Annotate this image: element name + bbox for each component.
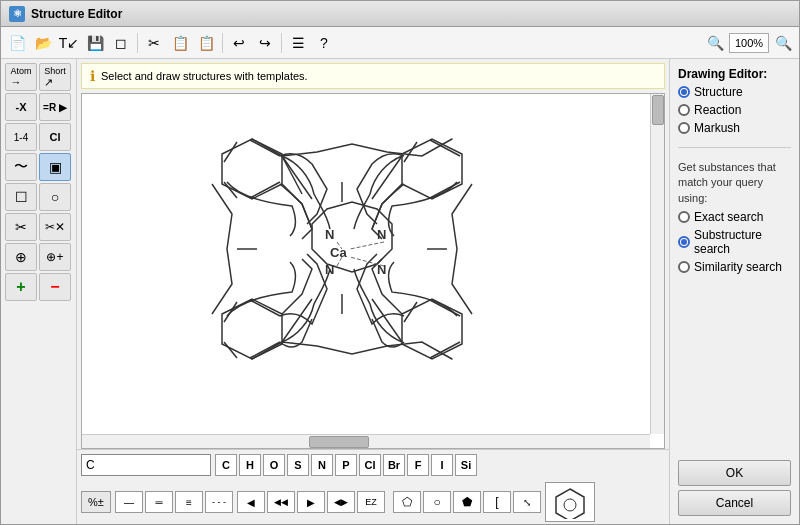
search-options: Exact search Substructure search Similar…: [678, 210, 791, 274]
cl-tool[interactable]: Cl: [39, 123, 71, 151]
title-bar: ⚛ Structure Editor: [1, 1, 799, 27]
redo-btn[interactable]: ↪: [253, 31, 277, 55]
elem-O[interactable]: O: [263, 454, 285, 476]
cut-btn[interactable]: ✂: [142, 31, 166, 55]
chain-tool[interactable]: 〜: [5, 153, 37, 181]
flex-btn[interactable]: ⤡: [513, 491, 541, 513]
help-btn[interactable]: ?: [312, 31, 336, 55]
zoom-in-btn[interactable]: 🔍: [771, 31, 795, 55]
substructure-label: Substructure search: [694, 228, 791, 256]
rotate-tool[interactable]: ⊕: [5, 243, 37, 271]
double-bond-btn[interactable]: ═: [145, 491, 173, 513]
arrow-right-btn[interactable]: ▶: [297, 491, 325, 513]
flip-tool[interactable]: ⊕+: [39, 243, 71, 271]
atom-input[interactable]: [81, 454, 211, 476]
substructure-radio[interactable]: [678, 236, 690, 248]
arrow-left-btn[interactable]: ◀: [237, 491, 265, 513]
search-section: Get substances that match your query usi…: [678, 160, 791, 274]
shield-btn[interactable]: ⬟: [453, 491, 481, 513]
square-btn[interactable]: ◻: [109, 31, 133, 55]
charge-btn[interactable]: %±: [81, 491, 111, 513]
elem-P[interactable]: P: [335, 454, 357, 476]
triple-bond-btn[interactable]: ≡: [175, 491, 203, 513]
structure-radio[interactable]: [678, 86, 690, 98]
vertical-scrollbar[interactable]: [650, 94, 664, 434]
short-tool[interactable]: Short↗: [39, 63, 71, 91]
new-btn[interactable]: 📄: [5, 31, 29, 55]
list-btn[interactable]: ☰: [286, 31, 310, 55]
select-rect-tool[interactable]: ☐: [5, 183, 37, 211]
elem-H[interactable]: H: [239, 454, 261, 476]
template-preview[interactable]: [545, 482, 595, 522]
svg-text:N: N: [377, 227, 386, 242]
remove-atom-btn[interactable]: −: [39, 273, 71, 301]
elem-I[interactable]: I: [431, 454, 453, 476]
svg-line-4: [250, 182, 280, 198]
ok-button[interactable]: OK: [678, 460, 791, 486]
zoom-input[interactable]: 100%: [729, 33, 769, 53]
elem-Si[interactable]: Si: [455, 454, 477, 476]
structure-radio-item[interactable]: Structure: [678, 85, 791, 99]
panel-divider: [678, 147, 791, 148]
elem-Br[interactable]: Br: [383, 454, 405, 476]
exact-search-radio-item[interactable]: Exact search: [678, 210, 791, 224]
lasso-tool[interactable]: ○: [39, 183, 71, 211]
ez-btn[interactable]: EZ: [357, 491, 385, 513]
exact-search-radio[interactable]: [678, 211, 690, 223]
elem-F[interactable]: F: [407, 454, 429, 476]
bottom-row2: %± — ═ ≡ - - - ◀ ◀◀ ▶ ◀▶ EZ ⬠ ○ ⬟: [77, 480, 669, 524]
similarity-radio[interactable]: [678, 261, 690, 273]
add-atom-btn[interactable]: +: [5, 273, 37, 301]
tool-row-7: ⊕ ⊕+: [5, 243, 72, 271]
info-icon: ℹ: [90, 68, 95, 84]
paste-btn[interactable]: 📋: [194, 31, 218, 55]
reaction-label: Reaction: [694, 103, 741, 117]
arrow-bold-btn[interactable]: ◀◀: [267, 491, 295, 513]
window-title: Structure Editor: [31, 7, 122, 21]
shape-group: ⬠ ○ ⬟ [ ⤡: [393, 491, 541, 513]
svg-line-33: [350, 242, 384, 249]
markush-radio-item[interactable]: Markush: [678, 121, 791, 135]
elem-Cl[interactable]: Cl: [359, 454, 381, 476]
atom-tool[interactable]: Atom→: [5, 63, 37, 91]
drawing-canvas[interactable]: N N N N Ca: [81, 93, 665, 449]
range-tool[interactable]: 1-4: [5, 123, 37, 151]
bracket-btn[interactable]: [: [483, 491, 511, 513]
elem-S[interactable]: S: [287, 454, 309, 476]
eraser-tool[interactable]: ✂: [5, 213, 37, 241]
center-area: ℹ Select and draw structures with templa…: [77, 59, 669, 524]
zoom-out-btn[interactable]: 🔍: [703, 31, 727, 55]
copy-btn[interactable]: 📋: [168, 31, 192, 55]
cancel-button[interactable]: Cancel: [678, 490, 791, 516]
scrollbar-thumb-h[interactable]: [309, 436, 369, 448]
horizontal-scrollbar[interactable]: [82, 434, 650, 448]
open-btn[interactable]: 📂: [31, 31, 55, 55]
single-bond-btn[interactable]: —: [115, 491, 143, 513]
svg-marker-6: [402, 139, 462, 199]
equals-r-tool[interactable]: =R ▶: [39, 93, 71, 121]
minus-x-tool[interactable]: -X: [5, 93, 37, 121]
svg-marker-15: [402, 299, 462, 359]
reaction-radio[interactable]: [678, 104, 690, 116]
drawing-editor-title: Drawing Editor:: [678, 67, 791, 81]
erase-bond-tool[interactable]: ✂✕: [39, 213, 71, 241]
dashed-bond-btn[interactable]: - - -: [205, 491, 233, 513]
elem-N[interactable]: N: [311, 454, 333, 476]
substructure-radio-item[interactable]: Substructure search: [678, 228, 791, 256]
save-btn[interactable]: 💾: [83, 31, 107, 55]
template-tool[interactable]: ▣: [39, 153, 71, 181]
scrollbar-thumb-v[interactable]: [652, 95, 664, 125]
similarity-radio-item[interactable]: Similarity search: [678, 260, 791, 274]
circle-btn[interactable]: ○: [423, 491, 451, 513]
text-btn[interactable]: T↙: [57, 31, 81, 55]
tool-row-4: 〜 ▣: [5, 153, 72, 181]
undo-btn[interactable]: ↩: [227, 31, 251, 55]
markush-radio[interactable]: [678, 122, 690, 134]
bottom-toolbar: C H O S N P Cl Br F I Si: [77, 449, 669, 480]
reaction-radio-item[interactable]: Reaction: [678, 103, 791, 117]
tool-row-3: 1-4 Cl: [5, 123, 72, 151]
elem-C[interactable]: C: [215, 454, 237, 476]
arrow-double-btn[interactable]: ◀▶: [327, 491, 355, 513]
pentagon-btn[interactable]: ⬠: [393, 491, 421, 513]
info-bar: ℹ Select and draw structures with templa…: [81, 63, 665, 89]
